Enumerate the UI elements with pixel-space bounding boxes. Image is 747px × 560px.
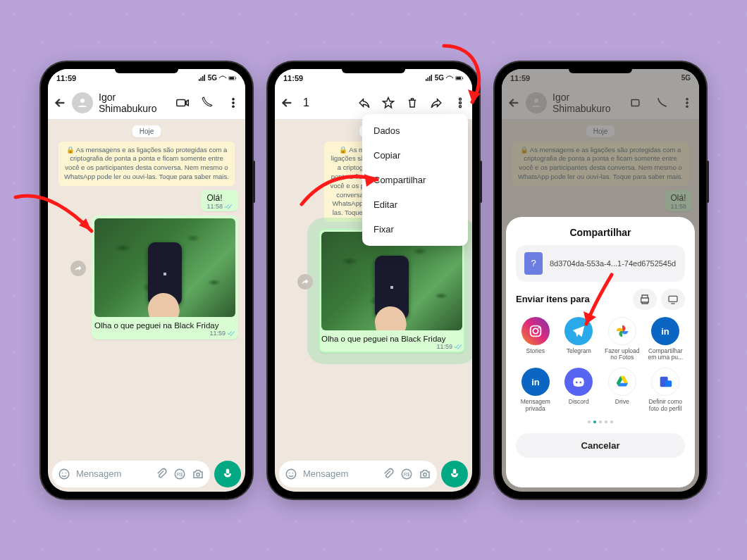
share-app-linkedin-msg[interactable]: in Mensagem privada [516,368,555,412]
more-icon[interactable] [454,97,467,109]
svg-point-16 [459,98,462,100]
voice-call-icon[interactable] [202,97,214,109]
status-right: 5G [425,74,464,82]
menu-item-copiar[interactable]: Copiar [362,143,468,168]
star-icon[interactable] [382,97,395,109]
message-photo-selected[interactable]: Olha o que peguei na Black Friday 11:59 [319,229,465,353]
context-menu: Dados Copiar Compartilhar Editar Fixar [362,114,468,246]
date-pill: Hoje [132,125,161,137]
share-app-telegram[interactable]: Telegram [560,317,599,361]
share-filename: 8d3704da-553a-4...1-74ed6752545d [550,259,676,268]
emoji-icon[interactable] [285,468,297,480]
chat-header: Igor Shimabukuro [48,87,245,120]
svg-point-32 [538,327,539,328]
chat-body: Hoje 🔒 As mensagens e as ligações são pr… [48,120,245,456]
svg-point-35 [576,382,578,384]
message-time: 11:59 [209,330,226,337]
photo-thumbnail[interactable] [321,232,462,330]
share-app-linkedin-post[interactable]: in Compartilhar em uma pu... [646,317,686,361]
svg-rect-14 [456,77,461,79]
share-app-discord[interactable]: Discord [560,368,599,412]
notch [115,65,178,73]
svg-text:R$: R$ [177,472,183,477]
read-ticks-icon [224,203,233,210]
svg-point-5 [233,102,235,104]
message-photo[interactable]: Olha o que peguei na Black Friday 11:59 [92,216,238,340]
payment-icon[interactable]: R$ [173,468,186,480]
svg-point-9 [66,472,67,473]
svg-rect-2 [235,77,236,79]
back-icon[interactable] [54,97,66,109]
svg-text:in: in [662,325,670,336]
network-label: 5G [208,74,217,82]
svg-point-6 [233,106,235,108]
share-app-profile[interactable]: Definir como foto do perfil [646,368,686,412]
notch [569,65,632,73]
photo-caption: Olha o que peguei na Black Friday [94,320,235,330]
menu-item-dados[interactable]: Dados [362,118,468,143]
forward-icon[interactable] [297,274,313,290]
status-time: 11:59 [56,74,76,82]
mic-button[interactable] [441,461,468,487]
photo-caption: Olha o que peguei na Black Friday [321,333,462,343]
delete-icon[interactable] [406,97,419,109]
svg-text:in: in [531,377,540,387]
emoji-icon[interactable] [58,468,70,480]
composer: Mensagem R$ [48,456,245,492]
phone-frame-2: 11:59 5G 1 Hoje 🔒 As mensagens e as liga… [268,62,479,499]
payment-icon[interactable]: R$ [400,468,413,480]
video-call-icon[interactable] [176,97,189,109]
forward-icon[interactable] [430,97,443,109]
svg-point-24 [424,473,427,476]
message-input[interactable]: Mensagem R$ [52,461,210,487]
svg-rect-29 [669,296,677,301]
reply-icon[interactable] [358,97,371,109]
photo-thumbnail[interactable] [94,218,235,317]
share-app-photos[interactable]: Fazer upload no Fotos [603,317,642,361]
send-to-label: Enviar itens para [516,294,590,304]
screen-2: 11:59 5G 1 Hoje 🔒 As mensagens e as liga… [275,69,472,492]
avatar[interactable] [72,92,93,113]
menu-item-fixar[interactable]: Fixar [362,217,468,242]
forward-icon[interactable] [70,261,86,276]
share-file-chip: 8d3704da-553a-4...1-74ed6752545d [516,245,685,282]
svg-point-3 [80,99,85,103]
camera-icon[interactable] [192,468,204,480]
menu-item-compartilhar[interactable]: Compartilhar [362,168,468,192]
attach-icon[interactable] [382,468,395,480]
back-icon[interactable] [280,97,293,109]
message-input[interactable]: Mensagem R$ [279,461,437,487]
more-icon[interactable] [227,97,240,109]
input-placeholder: Mensagem [303,468,348,479]
contact-name[interactable]: Igor Shimabukuro [99,92,171,114]
svg-point-19 [286,469,296,479]
svg-point-7 [59,469,69,479]
cancel-button[interactable]: Cancelar [516,433,685,458]
svg-rect-38 [665,380,672,387]
share-app-stories[interactable]: Stories [516,317,555,361]
svg-point-12 [197,473,200,476]
svg-point-21 [292,472,294,473]
svg-rect-15 [462,77,463,79]
share-app-drive[interactable]: Drive [603,368,642,412]
phone-frame-1: 11:59 5G Igor Shimabukuro Hoje 🔒 As men [41,62,252,499]
cast-button[interactable] [661,289,685,310]
read-ticks-icon [227,330,235,337]
share-app-grid: Stories Telegram Fazer upload no Fotos i… [516,317,685,412]
screen-1: 11:59 5G Igor Shimabukuro Hoje 🔒 As men [48,69,245,492]
svg-point-20 [289,472,290,473]
attach-icon[interactable] [155,468,168,480]
camera-icon[interactable] [419,468,431,480]
mic-button[interactable] [214,461,241,487]
message-greeting[interactable]: Olá! 11:58 [201,190,238,211]
share-title: Compartilhar [516,227,685,238]
print-button[interactable] [633,289,657,310]
status-right: 5G [198,74,237,82]
read-ticks-icon [454,343,462,350]
selection-count: 1 [303,97,348,109]
menu-item-editar[interactable]: Editar [362,192,468,217]
svg-point-18 [459,106,462,108]
phone-frame-3: 11:59 5G Igor Shimabukuro Hoje 🔒 As mens… [495,62,706,499]
encryption-notice[interactable]: 🔒 As mensagens e as ligações são protegi… [58,142,235,186]
message-time: 11:58 [206,203,223,210]
